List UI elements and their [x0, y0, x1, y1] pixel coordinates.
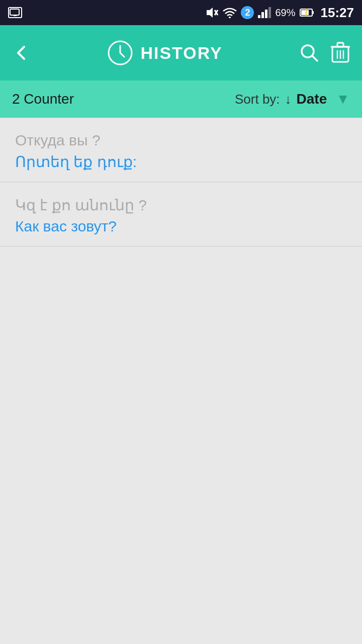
list-item[interactable]: Կզ է քո անունը ? Как вас зовут?	[0, 182, 362, 247]
status-left	[8, 7, 22, 18]
item-original-text: Կզ է քո անունը ?	[15, 196, 347, 214]
content-area: Откуда вы ? Որտեղ եք դուք: Կզ է քո անուն…	[0, 118, 362, 644]
title-section: HISTORY	[107, 40, 222, 66]
svg-rect-0	[10, 9, 19, 15]
list-item[interactable]: Откуда вы ? Որտեղ եք դուք:	[0, 118, 362, 182]
sort-direction-icon: ↓	[285, 92, 292, 107]
counter-text: 2 Counter	[12, 91, 235, 107]
sort-section[interactable]: Sort by: ↓ Date ▼	[235, 91, 350, 107]
battery-icon	[300, 8, 315, 17]
svg-line-13	[306, 9, 307, 17]
top-navigation-bar: HISTORY	[0, 25, 362, 80]
svg-marker-2	[207, 8, 213, 18]
svg-point-5	[229, 17, 231, 18]
svg-rect-11	[301, 10, 309, 15]
page-title: HISTORY	[140, 43, 222, 63]
search-button[interactable]	[300, 43, 319, 62]
item-translation-text: Որտեղ եք դուք:	[15, 153, 347, 171]
signal-icon	[258, 7, 271, 18]
svg-rect-7	[261, 12, 264, 18]
svg-rect-6	[258, 15, 260, 18]
svg-rect-19	[337, 43, 343, 47]
delete-button[interactable]	[331, 42, 350, 64]
status-right: 2 69% 15:27	[206, 5, 354, 21]
svg-rect-8	[265, 10, 267, 18]
svg-line-16	[312, 56, 317, 61]
battery-text: 69%	[275, 7, 295, 19]
notification-badge: 2	[241, 6, 254, 19]
sort-by-label: Sort by:	[235, 92, 280, 107]
status-bar: 2 69% 15:27	[0, 0, 362, 25]
mute-icon	[206, 6, 219, 19]
item-translation-text: Как вас зовут?	[15, 218, 347, 235]
action-icons	[300, 42, 350, 64]
wifi-icon	[223, 7, 237, 18]
sort-value: Date	[297, 91, 327, 107]
item-original-text: Откуда вы ?	[15, 132, 347, 149]
svg-rect-1	[14, 15, 17, 16]
dropdown-arrow-icon[interactable]: ▼	[336, 91, 350, 107]
svg-rect-12	[312, 11, 314, 14]
filter-bar: 2 Counter Sort by: ↓ Date ▼	[0, 80, 362, 118]
clock-icon	[107, 40, 133, 66]
back-button[interactable]	[12, 44, 30, 62]
svg-rect-9	[268, 7, 271, 18]
screen-icon	[8, 7, 22, 18]
status-time: 15:27	[321, 5, 354, 21]
